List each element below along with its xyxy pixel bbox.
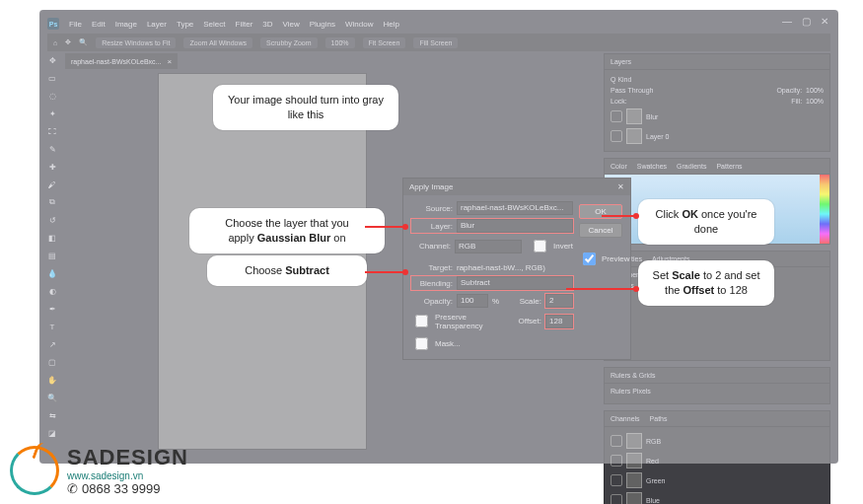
tool-wand-icon[interactable]: ✦ bbox=[45, 107, 59, 120]
tab-color[interactable]: Color bbox=[611, 163, 627, 170]
tab-swatches[interactable]: Swatches bbox=[637, 163, 667, 170]
channel-thumb bbox=[626, 433, 642, 449]
tab-gradients[interactable]: Gradients bbox=[677, 163, 706, 170]
tool-eyedrop-icon[interactable]: ✎ bbox=[45, 142, 59, 156]
tool-blur-icon[interactable]: 💧 bbox=[45, 266, 59, 280]
channel-dropdown[interactable]: RGB bbox=[455, 240, 522, 253]
source-dropdown[interactable]: raphael-nast-BWsKOLeBxc... bbox=[457, 201, 573, 215]
opacity-input[interactable]: 100 bbox=[457, 294, 488, 308]
close-icon[interactable]: ✕ bbox=[821, 16, 828, 27]
close-tab-icon[interactable]: × bbox=[167, 57, 172, 66]
layers-opacity[interactable]: 100% bbox=[806, 87, 824, 94]
tool-brush-icon[interactable]: 🖌 bbox=[45, 178, 59, 191]
menu-view[interactable]: View bbox=[283, 20, 300, 29]
layers-opacity-label: Opacity: bbox=[776, 87, 802, 94]
opt-fit[interactable]: Fit Screen bbox=[363, 37, 406, 48]
tab-paths[interactable]: Paths bbox=[650, 415, 668, 422]
layers-panel: Layers Q Kind Pass Through Opacity: 100%… bbox=[604, 53, 830, 152]
channel-row[interactable]: RGB bbox=[611, 431, 824, 451]
dialog-close-icon[interactable]: ✕ bbox=[617, 182, 624, 191]
visibility-icon[interactable] bbox=[611, 130, 622, 142]
visibility-icon[interactable] bbox=[611, 455, 622, 467]
tool-move-icon[interactable]: ✥ bbox=[45, 53, 59, 67]
tool-zoom-icon[interactable]: 🔍 bbox=[45, 391, 59, 404]
tool-dodge-icon[interactable]: ◐ bbox=[45, 284, 59, 298]
tool-hand-icon[interactable]: ✋ bbox=[45, 373, 59, 387]
layer-row[interactable]: Layer 0 bbox=[611, 126, 824, 146]
tab-rulers[interactable]: Rulers & Grids bbox=[611, 372, 656, 379]
visibility-icon[interactable] bbox=[611, 474, 622, 486]
visibility-icon[interactable] bbox=[611, 494, 622, 504]
menu-3d[interactable]: 3D bbox=[262, 20, 272, 29]
offset-label: Offset: bbox=[519, 317, 541, 325]
channel-row[interactable]: Red bbox=[611, 451, 824, 470]
tool-pen-icon[interactable]: ✒ bbox=[45, 302, 59, 316]
tool-marquee-icon[interactable]: ▭ bbox=[45, 71, 59, 85]
menu-edit[interactable]: Edit bbox=[92, 20, 106, 29]
tool-heal-icon[interactable]: ✚ bbox=[45, 160, 59, 174]
target-label: Target: bbox=[411, 263, 453, 272]
annotation-blending: Choose Subtract bbox=[207, 255, 367, 286]
menu-window[interactable]: Window bbox=[345, 20, 373, 29]
menu-file[interactable]: File bbox=[69, 20, 82, 29]
preview-checkbox[interactable] bbox=[583, 252, 596, 265]
opt-fill[interactable]: Fill Screen bbox=[413, 37, 458, 48]
layer-row[interactable]: Blur bbox=[611, 107, 824, 126]
menu-layer[interactable]: Layer bbox=[147, 20, 167, 29]
tool-path-icon[interactable]: ↗ bbox=[45, 337, 59, 351]
layers-search[interactable]: Q Kind bbox=[611, 76, 631, 83]
annotation-layer: Choose the layer that you apply Gaussian… bbox=[189, 208, 385, 253]
layer-name: Blur bbox=[646, 113, 658, 120]
channel-thumb bbox=[626, 472, 642, 488]
home-icon[interactable]: ⌂ bbox=[53, 39, 57, 46]
blending-dropdown[interactable]: Subtract bbox=[457, 276, 573, 290]
minimize-icon[interactable]: — bbox=[782, 16, 792, 27]
menu-image[interactable]: Image bbox=[115, 20, 137, 29]
offset-input[interactable]: 128 bbox=[545, 315, 573, 328]
channel-thumb bbox=[626, 492, 642, 504]
scale-input[interactable]: 2 bbox=[545, 294, 573, 308]
tab-layers[interactable]: Layers bbox=[611, 58, 631, 65]
menu-select[interactable]: Select bbox=[203, 20, 225, 29]
opt-resize[interactable]: Resize Windows to Fit bbox=[96, 37, 176, 48]
layer-dropdown[interactable]: Blur bbox=[457, 219, 573, 233]
maximize-icon[interactable]: ▢ bbox=[802, 16, 811, 27]
menu-help[interactable]: Help bbox=[383, 20, 398, 29]
tool-eraser-icon[interactable]: ◧ bbox=[45, 231, 59, 245]
visibility-icon[interactable] bbox=[611, 435, 622, 447]
opt-zoom-all[interactable]: Zoom All Windows bbox=[183, 37, 252, 48]
search-icon[interactable]: 🔍 bbox=[79, 38, 88, 46]
channel-name: Green bbox=[646, 477, 665, 484]
layers-blend[interactable]: Pass Through bbox=[611, 87, 653, 94]
hue-slider[interactable] bbox=[820, 175, 829, 244]
tool-rect-icon[interactable]: ▢ bbox=[45, 355, 59, 369]
layers-fill[interactable]: 100% bbox=[806, 98, 824, 105]
rulers-units[interactable]: Pixels bbox=[632, 388, 651, 395]
menu-type[interactable]: Type bbox=[177, 20, 193, 29]
brand-name: SADESIGN bbox=[67, 445, 188, 470]
mask-checkbox[interactable] bbox=[415, 337, 428, 350]
tool-fgbg-icon[interactable]: ◪ bbox=[45, 426, 59, 440]
tool-crop-icon[interactable]: ⛶ bbox=[45, 124, 59, 138]
visibility-icon[interactable] bbox=[611, 110, 622, 122]
tool-type-icon[interactable]: T bbox=[45, 320, 59, 333]
tool-lasso-icon[interactable]: ◌ bbox=[45, 89, 59, 103]
document-tab[interactable]: raphael-nast-BWsKOLeBxc... × bbox=[65, 53, 178, 69]
opt-scrubby[interactable]: Scrubby Zoom bbox=[260, 37, 318, 48]
menu-filter[interactable]: Filter bbox=[236, 20, 253, 29]
menu-plugins[interactable]: Plugins bbox=[310, 20, 335, 29]
tool-history-icon[interactable]: ↺ bbox=[45, 213, 59, 227]
channel-row[interactable]: Green bbox=[611, 470, 824, 490]
tool-icon[interactable]: ✥ bbox=[65, 38, 71, 46]
tab-patterns[interactable]: Patterns bbox=[716, 163, 742, 170]
tool-gradient-icon[interactable]: ▤ bbox=[45, 249, 59, 262]
cancel-button[interactable]: Cancel bbox=[579, 223, 622, 238]
tool-swap-icon[interactable]: ⇆ bbox=[45, 408, 59, 422]
preserve-checkbox[interactable] bbox=[415, 315, 428, 327]
layer-label: Layer: bbox=[411, 222, 453, 231]
invert-checkbox[interactable] bbox=[534, 240, 546, 252]
tool-stamp-icon[interactable]: ⧉ bbox=[45, 195, 59, 209]
opt-zoom[interactable]: 100% bbox=[325, 37, 355, 48]
channel-row[interactable]: Blue bbox=[611, 490, 824, 504]
tab-channels[interactable]: Channels bbox=[611, 415, 640, 422]
